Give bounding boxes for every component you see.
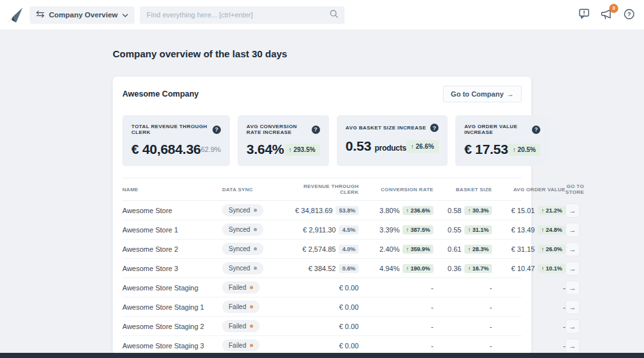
order-change-badge: ↑ 24.8% <box>538 225 565 234</box>
stores-table: NAME DATA SYNC REVENUE THROUGH CLERK CON… <box>122 178 522 355</box>
basket-change-badge: ↑ 30.3% <box>464 206 492 215</box>
arrow-right-icon: → <box>569 284 576 292</box>
sync-status-label: Synced <box>229 265 250 272</box>
conversion-change-badge: ↑ 387.5% <box>402 225 433 234</box>
go-to-store-button[interactable]: → <box>565 339 580 353</box>
conversion-change-badge: ↑ 190.0% <box>402 264 433 273</box>
conversion-change-badge: ↑ 236.6% <box>402 206 433 215</box>
basket-value: 0.55 <box>448 226 461 234</box>
revenue-share-badge: 53.8% <box>336 206 359 215</box>
go-to-store-button[interactable]: → <box>565 242 580 256</box>
go-to-store-button[interactable]: → <box>565 223 580 237</box>
revenue-share-badge: 4.5% <box>339 225 359 234</box>
revenue-value: € 0.00 <box>339 284 359 292</box>
order-value: € 10.47 <box>511 265 535 272</box>
go-to-company-label: Go to Company <box>451 90 504 98</box>
app-logo-icon[interactable] <box>6 6 24 24</box>
table-row: Awesome Store Staging 2 Failed € 0.00 - … <box>122 317 522 336</box>
kpi-value: 3.64% <box>247 142 284 157</box>
chevron-down-icon <box>122 11 128 19</box>
kpi-value: € 17.53 <box>464 142 508 157</box>
question-icon[interactable]: ? <box>532 126 540 134</box>
revenue-value: € 0.00 <box>339 303 359 311</box>
feedback-bubble-icon <box>578 8 590 22</box>
order-value: € 15.01 <box>511 207 535 214</box>
order-change-badge: ↑ 10.1% <box>538 264 565 273</box>
sync-status-badge: Failed <box>222 339 260 352</box>
global-search <box>140 6 345 24</box>
topbar: Company Overview <box>0 0 644 30</box>
sync-status-dot-icon <box>254 267 257 270</box>
arrow-right-icon: → <box>569 226 576 234</box>
kpi-label: AVG CONVERSION RATE INCREASE <box>247 124 312 135</box>
go-to-store-button[interactable]: → <box>565 203 580 218</box>
basket-change-badge: ↑ 31.1% <box>464 225 492 234</box>
context-switcher-button[interactable]: Company Overview <box>30 6 135 24</box>
footer-bar <box>0 353 644 358</box>
feedback-button[interactable] <box>578 8 590 22</box>
basket-value: 0.36 <box>448 265 461 272</box>
kpi-order-value: AVG ORDER VALUE INCREASE ? € 17.53 ↑ 20.… <box>455 115 549 166</box>
basket-change-badge: ↑ 28.3% <box>464 245 492 254</box>
table-row: Awesome Store Staging 3 Failed € 0.00 - … <box>122 336 522 355</box>
basket-value: 0.58 <box>448 207 461 214</box>
sync-status-badge: Failed <box>222 301 260 313</box>
announcements-button[interactable]: 3 <box>600 8 613 22</box>
store-name: Awesome Store 1 <box>122 226 222 234</box>
col-header-basket: BASKET SIZE <box>433 187 492 193</box>
sync-status-label: Synced <box>229 245 250 252</box>
kpi-basket-size: AVG BASKET SIZE INCREASE ? 0.53 products… <box>337 115 448 166</box>
go-to-store-button[interactable]: → <box>565 319 580 334</box>
revenue-value: € 0.00 <box>339 342 359 350</box>
arrow-right-icon: → <box>569 303 576 311</box>
store-name: Awesome Store 3 <box>122 265 222 272</box>
order-change-badge: ↑ 21.2% <box>538 206 565 215</box>
basket-value: 0.61 <box>448 245 461 253</box>
switch-icon <box>36 10 44 19</box>
store-name: Awesome Store Staging 2 <box>122 323 222 330</box>
kpi-label: AVG ORDER VALUE INCREASE <box>464 124 532 135</box>
revenue-value: € 384.52 <box>308 265 336 272</box>
sync-status-dot-icon <box>250 325 253 328</box>
svg-text:?: ? <box>627 10 631 17</box>
kpi-trend-badge: ↑ 293.5% <box>284 144 320 156</box>
order-change-badge: ↑ 26.0% <box>538 245 565 254</box>
sync-status-badge: Synced <box>222 262 263 274</box>
go-to-store-button[interactable]: → <box>565 281 580 295</box>
table-row: Awesome Store 1 Synced € 2,911.304.5% 3.… <box>122 220 522 240</box>
go-to-store-button[interactable]: → <box>565 261 580 276</box>
sync-status-dot-icon <box>254 209 257 212</box>
sync-status-dot-icon <box>250 286 253 289</box>
revenue-value: € 2,911.30 <box>303 226 336 234</box>
sync-status-badge: Synced <box>222 204 263 216</box>
kpi-total-revenue: TOTAL REVENUE THROUGH CLERK ? € 40,684.3… <box>122 115 230 166</box>
arrow-right-icon: → <box>569 245 576 253</box>
company-name: Awesome Company <box>122 90 199 99</box>
revenue-value: € 34,813.69 <box>295 207 332 214</box>
order-value: € 13.49 <box>511 226 535 234</box>
revenue-value: € 2,574.85 <box>302 245 336 253</box>
go-to-company-button[interactable]: Go to Company → <box>443 86 522 102</box>
page-title: Company overview of the last 30 days <box>113 48 531 59</box>
conversion-change-badge: ↑ 359.9% <box>402 245 433 254</box>
question-icon[interactable]: ? <box>213 126 221 134</box>
question-icon[interactable]: ? <box>312 126 320 134</box>
store-name: Awesome Store Staging <box>122 284 222 292</box>
help-button[interactable]: ? <box>623 8 635 22</box>
kpi-value: 0.53 products <box>346 138 406 154</box>
go-to-store-button[interactable]: → <box>565 300 580 314</box>
table-header-row: NAME DATA SYNC REVENUE THROUGH CLERK CON… <box>122 178 522 201</box>
kpi-trend: 62.9% <box>201 146 221 153</box>
sync-status-label: Synced <box>229 207 250 214</box>
arrow-right-icon: → <box>569 323 576 330</box>
table-row: Awesome Store 2 Synced € 2,574.854.0% 2.… <box>122 240 522 259</box>
company-card-header: Awesome Company Go to Company → <box>122 86 522 102</box>
sync-status-label: Synced <box>229 226 250 233</box>
sync-status-label: Failed <box>229 323 246 330</box>
kpi-trend-badge: ↑ 20.5% <box>508 144 540 156</box>
search-input[interactable] <box>146 10 329 19</box>
question-icon[interactable]: ? <box>430 124 439 132</box>
table-row: Awesome Store Staging 1 Failed € 0.00 - … <box>122 297 522 317</box>
sync-status-badge: Failed <box>222 281 260 294</box>
order-value: € 31.15 <box>511 245 535 253</box>
